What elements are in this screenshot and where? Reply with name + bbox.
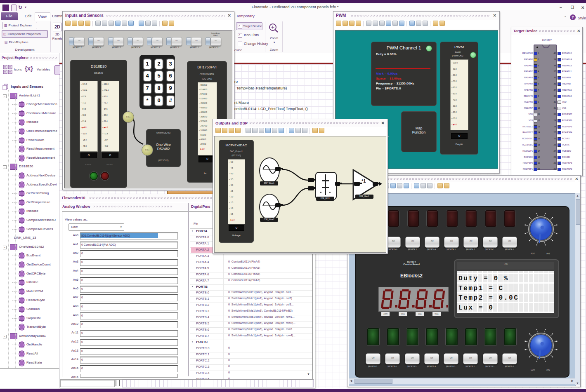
svg-text:*1: *1 — [362, 178, 366, 183]
